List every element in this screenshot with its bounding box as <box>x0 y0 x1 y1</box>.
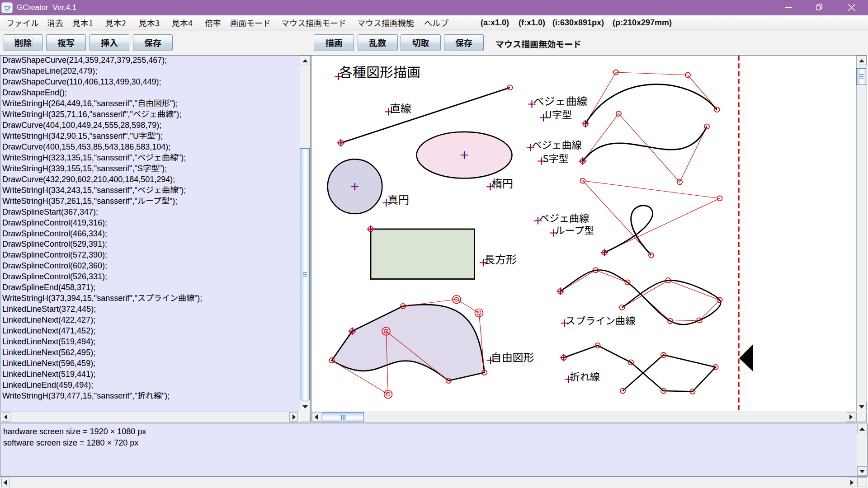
svg-text:自由図形: 自由図形 <box>491 349 534 365</box>
svg-text:楕円: 楕円 <box>491 175 513 191</box>
svg-text:ベジェ曲線: ベジェ曲線 <box>532 137 582 151</box>
svg-text:ベジェ曲線: ベジェ曲線 <box>533 93 588 108</box>
svg-text:ループ型: ループ型 <box>555 222 594 237</box>
svg-text:直線: 直線 <box>390 100 411 116</box>
svg-text:各種図形描画: 各種図形描画 <box>339 61 420 81</box>
svg-text:折れ線: 折れ線 <box>570 369 600 383</box>
svg-text:スプライン曲線: スプライン曲線 <box>566 313 635 327</box>
svg-text:長方形: 長方形 <box>484 251 517 267</box>
svg-text:S字型: S字型 <box>543 150 569 165</box>
svg-text:U字型: U字型 <box>545 107 572 121</box>
svg-text:真円: 真円 <box>387 191 409 207</box>
